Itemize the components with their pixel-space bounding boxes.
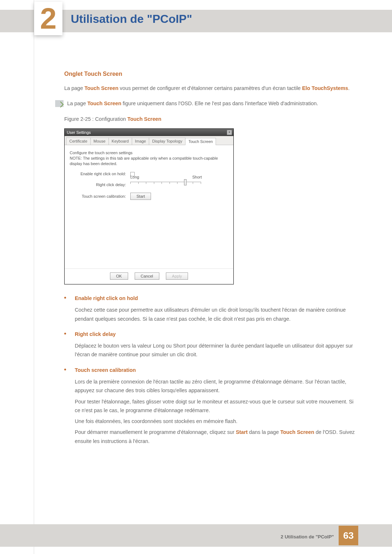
chapter-number: 2	[40, 4, 57, 33]
text: Lors de la première connexion de l'écran…	[75, 377, 359, 395]
slider-short-label: Short	[192, 175, 202, 180]
user-settings-dialog: User Settings × Certificate Mouse Keyboa…	[64, 128, 234, 284]
page-number: 63	[339, 526, 358, 545]
tab-keyboard[interactable]: Keyboard	[109, 138, 132, 145]
text: dans la page	[248, 429, 280, 435]
text: Pour démarrer manuellement le programme …	[75, 428, 359, 446]
option-header: Touch screen calibration	[64, 366, 359, 374]
dialog-title: User Settings	[67, 130, 91, 135]
left-rule	[34, 0, 34, 554]
content: Onglet Touch Screen La page Touch Screen…	[64, 69, 359, 452]
tab-image[interactable]: Image	[132, 138, 150, 145]
text: figure uniquement dans l'OSD. Elle ne l'…	[121, 100, 318, 106]
chapter-badge: 2	[34, 2, 62, 35]
term-touch-screen: Touch Screen	[280, 429, 314, 435]
text: .	[348, 85, 350, 91]
tab-mouse[interactable]: Mouse	[90, 138, 109, 145]
label-calibration: Touch screen calibration:	[70, 194, 130, 199]
slider-long-label: Long	[130, 175, 139, 180]
close-button[interactable]: ×	[227, 130, 232, 135]
option-right-click-delay: Right click delay Déplacez le bouton ver…	[64, 330, 359, 359]
label-right-click-delay: Right click delay:	[70, 182, 130, 188]
option-enable-right-click: Enable right click on hold Cochez cette …	[64, 294, 359, 323]
section-title: Onglet Touch Screen	[64, 69, 359, 79]
option-header: Right click delay	[64, 330, 359, 338]
text: Figure 2-25 : Configuration	[64, 116, 127, 122]
option-header: Enable right click on hold	[64, 294, 359, 303]
option-touch-calibration: Touch screen calibration Lors de la prem…	[64, 366, 359, 446]
text: La page	[67, 100, 87, 106]
option-title: Enable right click on hold	[75, 294, 138, 303]
option-title: Right click delay	[75, 330, 116, 338]
note-row: La page Touch Screen figure uniquement d…	[55, 99, 359, 108]
dialog-titlebar: User Settings ×	[65, 129, 233, 136]
config-note: NOTE: The settings in this tab are appli…	[70, 156, 228, 167]
apply-button[interactable]: Apply	[166, 272, 188, 280]
slider-right-click-delay[interactable]: Long Short	[130, 180, 228, 189]
dialog-body: Configure the touch screen settings NOTE…	[65, 145, 233, 268]
slider-ticks	[130, 182, 201, 184]
note-icon	[55, 100, 64, 107]
term-touch-screen: Touch Screen	[127, 116, 161, 122]
tab-display-topology[interactable]: Display Topology	[149, 138, 185, 145]
chapter-title: Utilisation de "PCoIP"	[71, 12, 192, 26]
text: Pour démarrer manuellement le programme …	[75, 429, 236, 435]
tab-touch-screen[interactable]: Touch Screen	[185, 138, 216, 145]
bullet-dot-icon	[64, 369, 66, 370]
slider-track-wrap[interactable]: Long Short	[130, 180, 201, 189]
dialog-config-text: Configure the touch screen settings NOTE…	[70, 150, 228, 167]
option-body: Cochez cette case pour permettre aux uti…	[75, 305, 359, 323]
text: Une fois étalonnées, les coordonnées son…	[75, 417, 359, 426]
row-calibration: Touch screen calibration: Start	[70, 193, 228, 200]
intro-paragraph: La page Touch Screen vous permet de conf…	[64, 84, 359, 93]
option-body: Déplacez le bouton vers la valeur Long o…	[75, 341, 359, 359]
text: Pour tester l'étalonnage, faites glisser…	[75, 397, 359, 415]
note-text: La page Touch Screen figure uniquement d…	[67, 99, 318, 108]
bullet-dot-icon	[64, 333, 66, 335]
label-enable-right-click: Enable right click on hold:	[70, 171, 130, 177]
row-right-click-delay: Right click delay: Long Short	[70, 180, 228, 189]
tab-certificate[interactable]: Certificate	[66, 138, 91, 145]
option-body: Lors de la première connexion de l'écran…	[75, 377, 359, 446]
dialog-tabs: Certificate Mouse Keyboard Image Display…	[65, 136, 233, 145]
dialog-footer: OK Cancel Apply	[65, 268, 233, 284]
text: La page	[64, 85, 85, 91]
ok-button[interactable]: OK	[110, 272, 128, 280]
config-heading: Configure the touch screen settings	[70, 150, 228, 156]
start-button[interactable]: Start	[130, 193, 151, 200]
footer-label: 2 Utilisation de "PCoIP"	[281, 534, 334, 539]
page: 2 Utilisation de "PCoIP" Onglet Touch Sc…	[0, 0, 392, 554]
option-list: Enable right click on hold Cochez cette …	[64, 294, 359, 446]
slider-thumb[interactable]	[184, 179, 187, 185]
text: vous permet de configurer et d'étalonner…	[118, 85, 302, 91]
option-title: Touch screen calibration	[75, 366, 136, 374]
term-touch-screen: Touch Screen	[85, 85, 118, 91]
cancel-button[interactable]: Cancel	[135, 272, 159, 280]
term-touch-screen: Touch Screen	[87, 100, 121, 106]
figure-caption: Figure 2-25 : Configuration Touch Screen	[64, 115, 359, 123]
term-start: Start	[236, 429, 248, 435]
row-enable-right-click: Enable right click on hold:	[70, 171, 228, 177]
bullet-dot-icon	[64, 297, 66, 299]
text: Cochez cette case pour permettre aux uti…	[75, 305, 359, 323]
text: Déplacez le bouton vers la valeur Long o…	[75, 341, 359, 359]
term-elo: Elo TouchSystems	[302, 85, 348, 91]
